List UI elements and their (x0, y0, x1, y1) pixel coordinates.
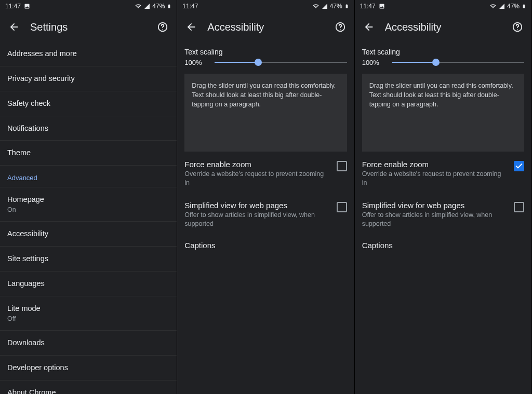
svg-point-1 (163, 29, 163, 30)
battery-pct: 47% (507, 3, 520, 10)
svg-point-3 (340, 29, 340, 30)
page-title: Accessibility (385, 21, 501, 33)
settings-item-notifications[interactable]: Notifications (0, 116, 177, 141)
settings-item-safety-check[interactable]: Safety check (0, 91, 177, 116)
screen-accessibility-a: 11:47 47% Accessibility Text scaling 100… (177, 0, 354, 394)
settings-item-lite-mode[interactable]: Lite mode Off (0, 296, 177, 331)
battery-pct: 47% (330, 3, 342, 10)
settings-item-privacy[interactable]: Privacy and security (0, 66, 177, 91)
battery-pct: 47% (152, 3, 165, 10)
section-advanced: Advanced (0, 166, 177, 187)
settings-item-addresses[interactable]: Addresses and more (0, 42, 177, 66)
status-time: 11:47 (182, 3, 198, 10)
statusbar: 11:47 47% (355, 0, 531, 12)
text-scaling-preview: Drag the slider until you can read this … (184, 74, 347, 152)
simplified-view-checkbox[interactable] (337, 202, 347, 212)
text-scaling-slider[interactable] (392, 58, 524, 66)
simplified-view-row[interactable]: Simplified view for web pages Offer to s… (362, 193, 524, 234)
signal-icon (144, 3, 150, 9)
signal-icon (499, 3, 505, 9)
settings-item-about-chrome[interactable]: About Chrome (0, 381, 177, 394)
battery-icon (522, 3, 526, 10)
settings-item-languages[interactable]: Languages (0, 271, 177, 296)
settings-list: Addresses and more Privacy and security … (0, 42, 177, 394)
settings-item-site-settings[interactable]: Site settings (0, 247, 177, 271)
simplified-view-desc: Offer to show articles in simplified vie… (184, 211, 330, 228)
force-enable-zoom-title: Force enable zoom (184, 160, 330, 169)
signal-icon (322, 3, 328, 9)
statusbar: 11:47 47% (0, 0, 177, 12)
battery-icon (167, 3, 171, 10)
simplified-view-desc: Offer to show articles in simplified vie… (362, 211, 508, 228)
text-scaling-value: 100% (362, 59, 385, 66)
svg-point-5 (517, 29, 517, 30)
statusbar: 11:47 47% (177, 0, 354, 12)
battery-icon (344, 3, 349, 10)
back-icon[interactable] (8, 21, 20, 33)
simplified-view-title: Simplified view for web pages (184, 201, 330, 210)
settings-item-accessibility[interactable]: Accessibility (0, 222, 177, 247)
app-header: Settings (0, 12, 177, 42)
force-enable-zoom-desc: Override a website's request to prevent … (184, 170, 330, 187)
simplified-view-row[interactable]: Simplified view for web pages Offer to s… (184, 193, 347, 234)
app-header: Accessibility (355, 12, 531, 42)
force-enable-zoom-checkbox[interactable] (337, 161, 347, 171)
help-icon[interactable] (512, 21, 523, 33)
image-icon (24, 3, 30, 9)
captions-row[interactable]: Captions (184, 234, 347, 257)
text-scaling-slider[interactable] (215, 58, 347, 66)
wifi-icon (312, 3, 320, 9)
force-enable-zoom-desc: Override a website's request to prevent … (362, 170, 508, 187)
status-time: 11:47 (360, 3, 376, 10)
settings-item-developer-options[interactable]: Developer options (0, 356, 177, 381)
wifi-icon (135, 3, 142, 9)
simplified-view-title: Simplified view for web pages (362, 201, 508, 210)
settings-item-theme[interactable]: Theme (0, 141, 177, 166)
app-header: Accessibility (177, 12, 354, 42)
force-enable-zoom-checkbox[interactable] (514, 161, 524, 171)
text-scaling-label: Text scaling (362, 48, 524, 56)
help-icon[interactable] (157, 21, 168, 33)
back-icon[interactable] (185, 21, 197, 33)
status-time: 11:47 (5, 3, 21, 10)
page-title: Settings (30, 21, 147, 33)
screen-accessibility-b: 11:47 47% Accessibility Text scaling 100… (355, 0, 532, 394)
back-icon[interactable] (363, 21, 375, 33)
force-enable-zoom-row[interactable]: Force enable zoom Override a website's r… (184, 152, 347, 193)
simplified-view-checkbox[interactable] (514, 202, 524, 212)
help-icon[interactable] (335, 21, 346, 33)
force-enable-zoom-row[interactable]: Force enable zoom Override a website's r… (362, 152, 524, 193)
text-scaling-value: 100% (184, 59, 207, 66)
screen-settings: 11:47 47% Settings Addresses and more Pr… (0, 0, 177, 394)
settings-item-homepage[interactable]: Homepage On (0, 187, 177, 222)
wifi-icon (489, 3, 497, 9)
text-scaling-preview: Drag the slider until you can read this … (362, 74, 524, 152)
force-enable-zoom-title: Force enable zoom (362, 160, 508, 169)
text-scaling-label: Text scaling (184, 48, 347, 56)
image-icon (379, 3, 385, 9)
page-title: Accessibility (207, 21, 324, 33)
captions-row[interactable]: Captions (362, 234, 524, 257)
settings-item-downloads[interactable]: Downloads (0, 331, 177, 356)
